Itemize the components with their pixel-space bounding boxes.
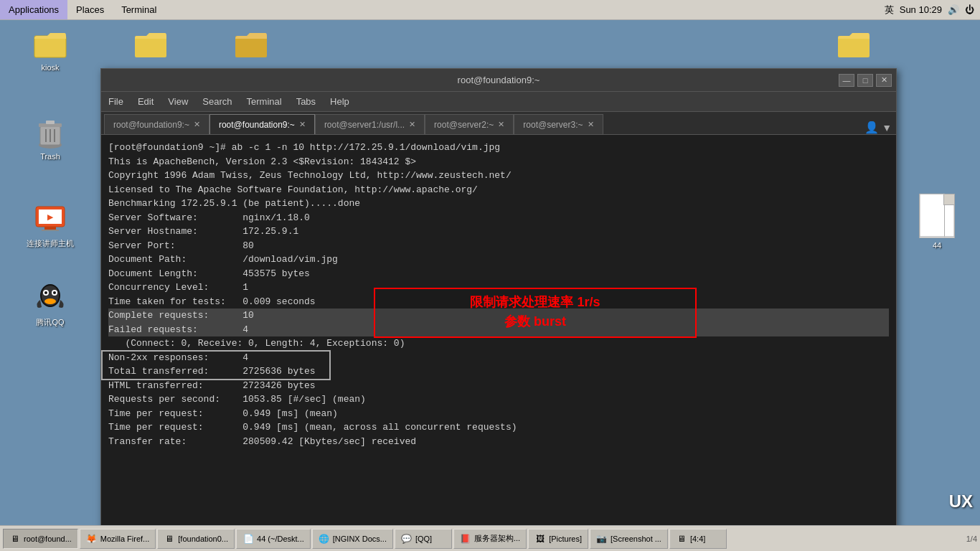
maximize-button[interactable]: □ [857,74,873,87]
taskbar-item-6[interactable]: 📕 服务器架构... [453,529,527,549]
desktop-icon-trash[interactable]: Trash [22,115,79,161]
svg-rect-24 [920,194,945,237]
tab-profile-icon[interactable]: 👤 [864,121,879,134]
term-line-18: (Connect: 0, Receive: 0, Length: 4, Exce… [108,336,889,351]
menu-terminal[interactable]: Terminal [240,92,289,111]
taskbar: 🖥 root@found... 🦊 Mozilla Firef... 🖥 [fo… [0,525,980,551]
taskbar-label-4: [NGINX Docs... [333,534,387,543]
applications-menu[interactable]: Applications [0,0,67,19]
svg-point-21 [44,291,47,294]
tab-0-close[interactable]: ✕ [194,120,200,129]
svg-rect-4 [838,36,870,57]
taskbar-item-0[interactable]: 🖥 root@found... [3,529,78,549]
desktop-icon-qq[interactable]: 腾讯QQ [22,280,79,328]
tab-1-label: root@foundation9:~ [219,120,295,130]
desktop-icon-kiosk-label: kiosk [41,63,59,72]
desktop-icon-folder2[interactable] [122,26,179,63]
term-line-14: Concurrency Level: 1 [108,281,889,295]
tab-3[interactable]: root@server2:~ ✕ [425,114,514,134]
desktop-icon-connect-label: 连接讲师主机 [27,238,74,249]
taskbar-item-8[interactable]: 📷 [Screenshot ... [590,529,668,549]
taskbar-icon-7: 🖼 [534,533,546,545]
term-line-5: Benchmarking 172.25.9.1 (be patient)....… [108,197,889,211]
tab-dropdown-icon[interactable]: ▼ [882,122,892,133]
term-line-20: Total transferred: 2725636 bytes [108,364,889,379]
tab-1[interactable]: root@foundation9:~ ✕ [209,114,315,134]
close-button[interactable]: ✕ [876,74,892,87]
svg-point-23 [44,298,56,304]
desktop-icon-folder-right[interactable] [825,26,882,63]
term-line-22: Requests per second: 1053.85 [#/sec] (me… [108,392,889,407]
svg-rect-8 [46,121,55,124]
tab-2[interactable]: root@server1:/usr/l... ✕ [315,114,425,134]
term-line-0: [root@foundation9 ~]# ab -c 1 -n 10 http… [108,141,889,155]
term-line-16: Complete requests: 10 [108,309,889,323]
menu-view[interactable]: View [161,92,195,111]
tab-3-label: root@server2:~ [434,120,494,130]
menu-tabs[interactable]: Tabs [289,92,323,111]
taskbar-icon-9: 🖥 [676,533,687,545]
volume-icon[interactable]: 🔊 [948,4,959,15]
power-icon[interactable]: ⏻ [965,4,974,15]
svg-rect-3 [235,36,267,57]
tab-4-close[interactable]: ✕ [588,120,594,129]
clock: Sun 10:29 [900,4,942,15]
taskbar-item-9[interactable]: 🖥 [4:4] [669,529,727,549]
terminal-titlebar: root@foundation9:~ — □ ✕ [101,69,896,92]
taskbar-label-7: [Pictures] [549,534,582,543]
term-line-17: Failed requests: 4 [108,323,889,337]
term-line-24: Time per request: 0.949 [ms] (mean, acro… [108,420,889,435]
term-line-15: Time taken for tests: 0.009 seconds [108,295,889,309]
taskbar-label-0: root@found... [24,534,72,543]
desktop-icon-folder3[interactable] [222,26,280,63]
terminal-window: root@foundation9:~ — □ ✕ File Edit View … [100,68,897,542]
terminal-menubar: File Edit View Search Terminal Tabs Help [101,92,896,112]
taskbar-icon-6: 📕 [460,533,471,545]
tab-0[interactable]: root@foundation9:~ ✕ [104,114,209,134]
term-line-25: Transfer rate: 280509.42 [Kbytes/sec] re… [108,435,889,449]
desktop-icon-connect[interactable]: ▶ 连接讲师主机 [22,201,79,249]
terminal-content[interactable]: [root@foundation9 ~]# ab -c 1 -n 10 http… [101,135,896,541]
ux-label: UX [949,491,980,512]
taskbar-label-3: 44 (~/Deskt... [257,534,304,543]
minimize-button[interactable]: — [839,74,854,87]
desktop-file-label: 44 [933,241,941,250]
taskbar-icon-3: 📄 [242,533,254,545]
term-line-23: Time per request: 0.949 [ms] (mean) [108,407,889,421]
term-line-1: This is ApacheBench, Version 2.3 <$Revis… [108,155,889,169]
taskbar-icon-1: 🦊 [86,533,98,545]
term-line-11: Document Path: /download/vim.jpg [108,253,889,267]
taskbar-label-9: [4:4] [690,534,705,543]
top-menubar: Applications Places Terminal 英 Sun 10:29… [0,0,980,20]
terminal-menu[interactable]: Terminal [113,0,165,19]
taskbar-item-7[interactable]: 🖼 [Pictures] [528,529,588,549]
tab-1-close[interactable]: ✕ [299,120,306,129]
tab-2-close[interactable]: ✕ [409,120,415,129]
taskbar-icon-2: 🖥 [164,533,175,545]
menu-search[interactable]: Search [195,92,239,111]
desktop-icon-kiosk[interactable]: kiosk [22,26,79,72]
taskbar-icon-5: 💬 [401,533,413,545]
taskbar-item-4[interactable]: 🌐 [NGINX Docs... [312,529,393,549]
language-indicator: 英 [885,4,894,17]
menu-file[interactable]: File [101,92,131,111]
places-menu[interactable]: Places [67,0,113,19]
svg-rect-25 [945,204,954,237]
menu-edit[interactable]: Edit [131,92,161,111]
tab-3-close[interactable]: ✕ [498,120,504,129]
svg-text:▶: ▶ [47,213,54,221]
taskbar-icon-4: 🌐 [319,533,330,545]
taskbar-item-5[interactable]: 💬 [QQ] [395,529,452,549]
term-line-7: Server Software: nginx/1.18.0 [108,211,889,225]
tab-2-label: root@server1:/usr/l... [324,120,405,130]
taskbar-item-3[interactable]: 📄 44 (~/Deskt... [236,529,311,549]
desktop-icon-file-44[interactable]: 44 [908,194,966,250]
terminal-title: root@foundation9:~ [458,75,540,85]
taskbar-item-2[interactable]: 🖥 [foundation0... [157,529,235,549]
tab-4[interactable]: root@server3:~ ✕ [514,114,603,134]
svg-point-22 [53,291,56,294]
desktop-icon-trash-label: Trash [40,152,60,161]
taskbar-item-1[interactable]: 🦊 Mozilla Firef... [80,529,156,549]
svg-rect-14 [44,227,56,230]
menu-help[interactable]: Help [323,92,357,111]
